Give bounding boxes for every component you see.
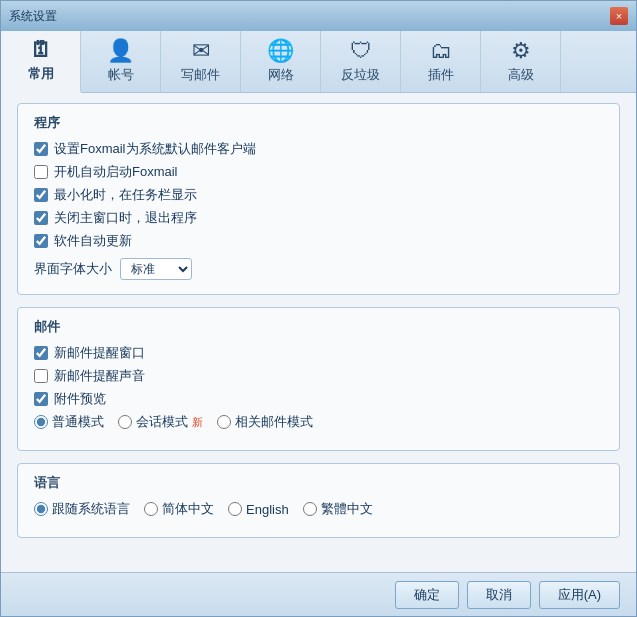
radio-simplified-chinese[interactable] <box>144 502 158 516</box>
checkbox-set-default-label: 设置Foxmail为系统默认邮件客户端 <box>54 140 256 158</box>
title-bar: 系统设置 × <box>1 1 636 31</box>
checkbox-close-exit[interactable] <box>34 211 48 225</box>
radio-simplified-chinese-label: 简体中文 <box>162 500 214 518</box>
tab-general-label: 常用 <box>28 65 54 83</box>
checkbox-attachment-preview-label: 附件预览 <box>54 390 106 408</box>
checkbox-close-exit-row: 关闭主窗口时，退出程序 <box>34 209 603 227</box>
checkbox-auto-update-row: 软件自动更新 <box>34 232 603 250</box>
account-icon: 👤 <box>107 40 134 62</box>
tab-compose[interactable]: ✉ 写邮件 <box>161 31 241 92</box>
cancel-button[interactable]: 取消 <box>467 581 531 609</box>
radio-related-mode-label: 相关邮件模式 <box>235 413 313 431</box>
ok-button[interactable]: 确定 <box>395 581 459 609</box>
radio-conversation-mode-label: 会话模式 <box>136 413 188 431</box>
checkbox-minimize-taskbar-label: 最小化时，在任务栏显示 <box>54 186 197 204</box>
language-row: 跟随系统语言 简体中文 English 繁體中文 <box>34 500 603 518</box>
mail-section-title: 邮件 <box>34 318 603 336</box>
checkbox-new-mail-sound-label: 新邮件提醒声音 <box>54 367 145 385</box>
checkbox-new-mail-sound[interactable] <box>34 369 48 383</box>
checkbox-minimize-taskbar[interactable] <box>34 188 48 202</box>
checkbox-auto-start-label: 开机自动启动Foxmail <box>54 163 178 181</box>
tab-plugin[interactable]: 🗂 插件 <box>401 31 481 92</box>
radio-simplified-chinese-item: 简体中文 <box>144 500 214 518</box>
tab-advanced[interactable]: ⚙ 高级 <box>481 31 561 92</box>
checkbox-auto-update[interactable] <box>34 234 48 248</box>
radio-normal-mode-label: 普通模式 <box>52 413 104 431</box>
checkbox-set-default[interactable] <box>34 142 48 156</box>
mail-section: 邮件 新邮件提醒窗口 新邮件提醒声音 附件预览 普通模式 <box>17 307 620 451</box>
radio-related-mode-item: 相关邮件模式 <box>217 413 313 431</box>
tab-account[interactable]: 👤 帐号 <box>81 31 161 92</box>
checkbox-new-mail-popup-label: 新邮件提醒窗口 <box>54 344 145 362</box>
tab-bar: 🗓 常用 👤 帐号 ✉ 写邮件 🌐 网络 🛡 反垃圾 🗂 插件 ⚙ 高级 <box>1 31 636 93</box>
tab-account-label: 帐号 <box>108 66 134 84</box>
conversation-mode-badge: 新 <box>192 415 203 430</box>
checkbox-attachment-preview[interactable] <box>34 392 48 406</box>
apply-button[interactable]: 应用(A) <box>539 581 620 609</box>
network-icon: 🌐 <box>267 40 294 62</box>
radio-follow-system-label: 跟随系统语言 <box>52 500 130 518</box>
close-button[interactable]: × <box>610 7 628 25</box>
checkbox-new-mail-popup-row: 新邮件提醒窗口 <box>34 344 603 362</box>
window-title: 系统设置 <box>9 8 610 25</box>
radio-traditional-chinese-item: 繁體中文 <box>303 500 373 518</box>
radio-normal-mode[interactable] <box>34 415 48 429</box>
antispam-icon: 🛡 <box>350 40 372 62</box>
radio-english[interactable] <box>228 502 242 516</box>
bottom-bar: 确定 取消 应用(A) <box>1 572 636 616</box>
tab-general[interactable]: 🗓 常用 <box>1 31 81 93</box>
radio-english-item: English <box>228 502 289 517</box>
radio-normal-mode-item: 普通模式 <box>34 413 104 431</box>
language-section: 语言 跟随系统语言 简体中文 English 繁體中文 <box>17 463 620 538</box>
radio-traditional-chinese-label: 繁體中文 <box>321 500 373 518</box>
radio-traditional-chinese[interactable] <box>303 502 317 516</box>
checkbox-minimize-taskbar-row: 最小化时，在任务栏显示 <box>34 186 603 204</box>
font-size-label: 界面字体大小 <box>34 260 112 278</box>
checkbox-close-exit-label: 关闭主窗口时，退出程序 <box>54 209 197 227</box>
tab-network-label: 网络 <box>268 66 294 84</box>
radio-english-label: English <box>246 502 289 517</box>
tab-network[interactable]: 🌐 网络 <box>241 31 321 92</box>
plugin-icon: 🗂 <box>430 40 452 62</box>
tab-plugin-label: 插件 <box>428 66 454 84</box>
checkbox-new-mail-sound-row: 新邮件提醒声音 <box>34 367 603 385</box>
tab-compose-label: 写邮件 <box>181 66 220 84</box>
checkbox-auto-start-row: 开机自动启动Foxmail <box>34 163 603 181</box>
radio-conversation-mode-item: 会话模式 新 <box>118 413 203 431</box>
radio-follow-system[interactable] <box>34 502 48 516</box>
tab-antispam-label: 反垃圾 <box>341 66 380 84</box>
program-section-title: 程序 <box>34 114 603 132</box>
font-size-select[interactable]: 标准 大 小 <box>120 258 192 280</box>
checkbox-attachment-preview-row: 附件预览 <box>34 390 603 408</box>
advanced-icon: ⚙ <box>511 40 531 62</box>
mail-mode-row: 普通模式 会话模式 新 相关邮件模式 <box>34 413 603 431</box>
compose-icon: ✉ <box>192 40 210 62</box>
radio-follow-system-item: 跟随系统语言 <box>34 500 130 518</box>
content-area: 程序 设置Foxmail为系统默认邮件客户端 开机自动启动Foxmail 最小化… <box>1 93 636 572</box>
general-icon: 🗓 <box>30 39 52 61</box>
program-section: 程序 设置Foxmail为系统默认邮件客户端 开机自动启动Foxmail 最小化… <box>17 103 620 295</box>
checkbox-auto-update-label: 软件自动更新 <box>54 232 132 250</box>
checkbox-new-mail-popup[interactable] <box>34 346 48 360</box>
checkbox-auto-start[interactable] <box>34 165 48 179</box>
radio-conversation-mode[interactable] <box>118 415 132 429</box>
font-size-row: 界面字体大小 标准 大 小 <box>34 258 603 280</box>
checkbox-set-default-row: 设置Foxmail为系统默认邮件客户端 <box>34 140 603 158</box>
main-window: 系统设置 × 🗓 常用 👤 帐号 ✉ 写邮件 🌐 网络 🛡 反垃圾 🗂 插件 <box>0 0 637 617</box>
language-section-title: 语言 <box>34 474 603 492</box>
radio-related-mode[interactable] <box>217 415 231 429</box>
tab-antispam[interactable]: 🛡 反垃圾 <box>321 31 401 92</box>
tab-advanced-label: 高级 <box>508 66 534 84</box>
